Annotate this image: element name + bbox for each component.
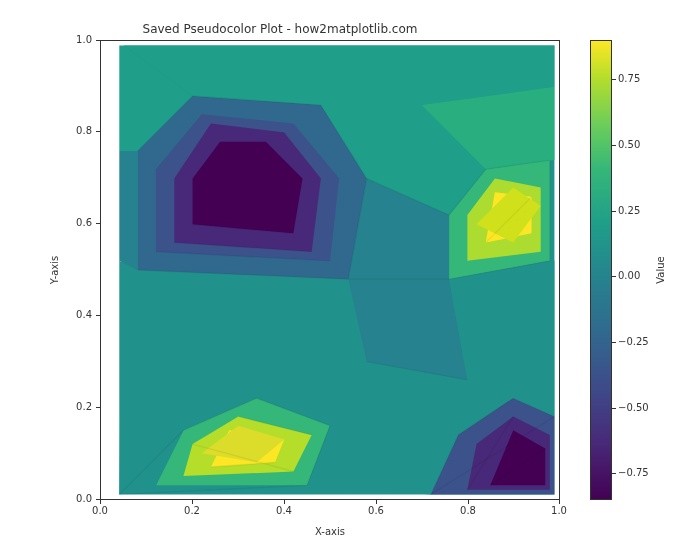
cbar-tick-mark	[612, 145, 616, 146]
ytick-mark	[96, 407, 100, 408]
pseudocolor-surface	[101, 41, 559, 499]
xtick-label: 1.0	[539, 505, 579, 516]
xtick-label: 0.0	[80, 505, 120, 516]
figure: Saved Pseudocolor Plot - how2matplotlib.…	[0, 0, 700, 560]
cbar-tick-label: −0.50	[618, 402, 658, 413]
cbar-tick-label: 0.00	[618, 270, 658, 281]
cbar-tick-mark	[612, 211, 616, 212]
ytick-mark	[96, 40, 100, 41]
y-axis-label: Y-axis	[54, 40, 68, 500]
xtick-mark	[100, 500, 101, 504]
xtick-mark	[192, 500, 193, 504]
xtick-label: 0.6	[356, 505, 396, 516]
colorbar	[590, 40, 612, 500]
cbar-tick-label: 0.50	[618, 139, 658, 150]
cbar-tick-label: 0.25	[618, 205, 658, 216]
xtick-mark	[559, 500, 560, 504]
cbar-tick-mark	[612, 79, 616, 80]
xtick-label: 0.4	[264, 505, 304, 516]
svg-marker-24	[119, 151, 137, 270]
xtick-mark	[468, 500, 469, 504]
colorbar-label: Value	[660, 40, 674, 500]
cbar-tick-mark	[612, 473, 616, 474]
xtick-mark	[376, 500, 377, 504]
cbar-tick-label: 0.75	[618, 73, 658, 84]
cbar-tick-mark	[612, 408, 616, 409]
x-axis-label: X-axis	[100, 526, 560, 537]
ytick-mark	[96, 131, 100, 132]
xtick-mark	[284, 500, 285, 504]
ytick-mark	[96, 499, 100, 500]
cbar-tick-mark	[612, 342, 616, 343]
cbar-tick-label: −0.25	[618, 336, 658, 347]
cbar-tick-mark	[612, 276, 616, 277]
ytick-mark	[96, 315, 100, 316]
xtick-label: 0.8	[448, 505, 488, 516]
xtick-label: 0.2	[172, 505, 212, 516]
plot-area	[100, 40, 560, 500]
cbar-tick-label: −0.75	[618, 467, 658, 478]
ytick-mark	[96, 223, 100, 224]
